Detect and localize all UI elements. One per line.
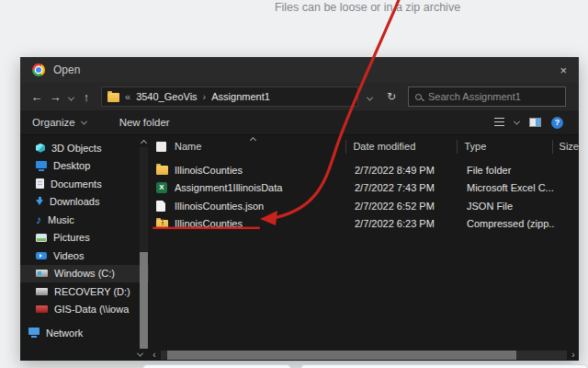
cube-icon <box>36 144 45 153</box>
view-mode-icon[interactable] <box>494 118 504 127</box>
sidebar-item-3d-objects[interactable]: 3D Objects <box>20 139 149 157</box>
organize-button[interactable]: Organize <box>32 117 86 128</box>
sidebar: 3D Objects Desktop Documents Downloads ♪… <box>20 135 149 349</box>
horizontal-scrollbar-thumb[interactable] <box>167 351 516 360</box>
scroll-left-icon[interactable]: ‹ <box>149 350 160 361</box>
table-row-illinoiscounties-json[interactable]: IllinoisCounties.json 2/7/2022 6:52 PM J… <box>149 197 579 215</box>
chevron-down-icon <box>67 95 74 101</box>
sidebar-item-documents[interactable]: Documents <box>20 175 149 193</box>
folder-icon <box>107 93 119 102</box>
monitor-icon <box>36 161 47 168</box>
row-icon-cell <box>156 165 169 175</box>
sidebar-item-label: Downloads <box>50 196 99 207</box>
annotation-text: Files can be loose or in a zip archive <box>220 1 514 14</box>
row-icon-cell <box>156 201 169 212</box>
zip-file-icon <box>156 220 168 229</box>
scroll-right-icon[interactable]: › <box>568 350 579 361</box>
sidebar-item-windows-c[interactable]: Windows (C:) <box>20 265 149 283</box>
sidebar-item-label: GIS-Data (\\iowa <box>54 304 129 315</box>
search-input[interactable] <box>428 91 559 102</box>
background-element <box>142 364 291 368</box>
forward-button[interactable]: → <box>46 90 64 104</box>
help-icon[interactable]: ? <box>551 117 563 129</box>
scrollbar-thumb[interactable] <box>140 252 148 349</box>
file-date: 2/7/2022 7:43 PM <box>347 182 459 193</box>
sidebar-item-network[interactable]: Network <box>20 324 149 342</box>
breadcrumb-separator: › <box>203 91 207 102</box>
sidebar-item-label: RECOVERY (D:) <box>54 286 130 297</box>
column-header-date[interactable]: Date modified <box>345 140 457 154</box>
sidebar-item-videos[interactable]: Videos <box>20 247 149 265</box>
column-header-type[interactable]: Type <box>457 140 551 154</box>
sidebar-item-label: 3D Objects <box>51 143 101 154</box>
sidebar-scroll-down[interactable] <box>20 352 149 357</box>
document-icon <box>36 178 44 189</box>
music-note-icon: ♪ <box>36 214 41 225</box>
close-button[interactable]: × <box>560 63 567 77</box>
breadcrumb-collapse[interactable]: « <box>125 91 130 102</box>
row-icon-cell <box>156 219 169 229</box>
file-type: File folder <box>459 165 555 176</box>
sidebar-scrollbar[interactable] <box>139 138 148 349</box>
column-header-size[interactable]: Size <box>552 140 579 154</box>
file-date: 2/7/2022 6:52 PM <box>347 201 459 212</box>
breadcrumb-segment[interactable]: 3540_GeoVis <box>136 91 197 102</box>
folder-icon <box>156 166 168 175</box>
new-folder-button[interactable]: New folder <box>119 117 170 128</box>
table-row-illinoiscounties-zip[interactable]: IllinoisCounties 2/7/2022 6:23 PM Compre… <box>149 215 579 234</box>
table-row-assignment1illinoisdata[interactable]: X Assignment1IllinoisData 2/7/2022 7:43 … <box>149 179 579 198</box>
column-header-name[interactable]: Name <box>175 141 345 152</box>
chrome-icon <box>32 63 45 76</box>
title-bar: Open × <box>20 57 579 83</box>
address-bar[interactable]: « 3540_GeoVis › Assignment1 <box>101 86 358 107</box>
window-title: Open <box>53 63 80 76</box>
network-icon <box>28 328 40 335</box>
open-dialog: Open × ← → ↑ « 3540_GeoVis › Assignment1… <box>20 57 579 361</box>
recent-locations-button[interactable] <box>64 88 77 105</box>
file-name: IllinoisCounties <box>175 165 347 176</box>
refresh-button[interactable]: ↻ <box>380 90 402 103</box>
sidebar-item-music[interactable]: ♪ Music <box>20 211 149 229</box>
sidebar-item-gis-data[interactable]: GIS-Data (\\iowa <box>20 301 149 319</box>
file-type: Compressed (zipp... <box>459 218 555 229</box>
horizontal-scrollbar[interactable] <box>161 351 567 360</box>
search-icon <box>415 94 422 100</box>
chevron-up-icon <box>140 139 146 145</box>
back-button[interactable]: ← <box>28 90 46 104</box>
sidebar-item-label: Pictures <box>53 232 90 243</box>
sidebar-item-downloads[interactable]: Downloads <box>20 193 149 212</box>
preview-pane-icon[interactable] <box>529 118 541 127</box>
chevron-down-icon <box>366 95 372 101</box>
toolbar-right-group: ? <box>494 117 563 129</box>
organize-label: Organize <box>32 117 75 128</box>
search-box[interactable] <box>408 86 566 107</box>
sidebar-item-pictures[interactable]: Pictures <box>20 229 149 247</box>
scrollbar-track[interactable] <box>140 147 148 349</box>
json-file-icon <box>156 201 165 212</box>
file-list: Name Date modified Type Size IllinoisCou… <box>149 135 579 349</box>
background-element <box>300 364 588 368</box>
file-name: IllinoisCounties.json <box>175 201 347 212</box>
windows-drive-icon <box>36 270 48 277</box>
excel-file-icon: X <box>156 182 167 193</box>
sidebar-item-desktop[interactable]: Desktop <box>20 157 149 176</box>
sidebar-item-label: Documents <box>51 178 102 190</box>
file-date: 2/7/2022 6:23 PM <box>347 218 459 229</box>
file-type: Microsoft Excel C... <box>459 182 555 193</box>
dialog-content: 3D Objects Desktop Documents Downloads ♪… <box>20 135 579 349</box>
up-button[interactable]: ↑ <box>77 90 96 104</box>
table-row-illinoiscounties-folder[interactable]: IllinoisCounties 2/7/2022 8:49 PM File f… <box>149 161 579 179</box>
chevron-down-icon[interactable] <box>514 118 520 124</box>
navigation-bar: ← → ↑ « 3540_GeoVis › Assignment1 ↻ <box>20 83 579 110</box>
breadcrumb-segment[interactable]: Assignment1 <box>211 91 270 102</box>
command-toolbar: Organize New folder ? <box>20 110 579 135</box>
column-headers: Name Date modified Type Size <box>149 135 579 157</box>
drive-icon <box>36 288 48 295</box>
scroll-up-icon[interactable] <box>141 138 146 147</box>
address-dropdown-button[interactable] <box>358 88 380 105</box>
sidebar-item-label: Videos <box>53 250 84 261</box>
select-all-checkbox[interactable] <box>156 142 166 152</box>
picture-icon <box>36 234 47 242</box>
sidebar-item-recovery-d[interactable]: RECOVERY (D:) <box>20 282 149 301</box>
bottom-scroll-row: ‹ › <box>20 349 579 361</box>
